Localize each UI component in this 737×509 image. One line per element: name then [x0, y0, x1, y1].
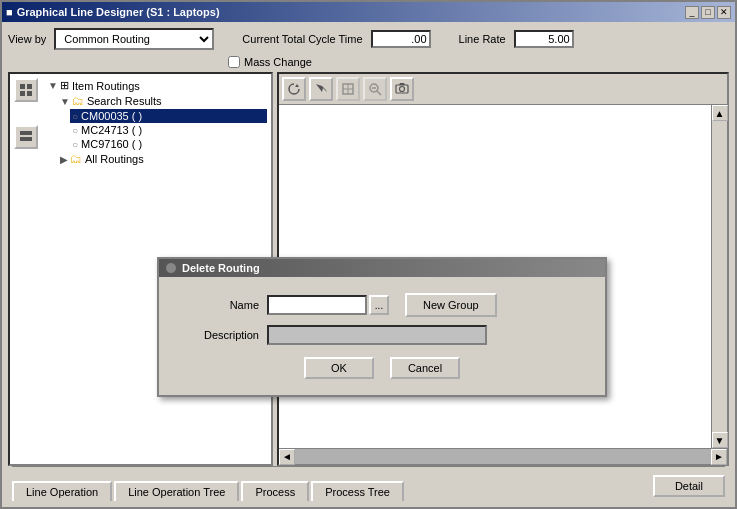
canvas-hscrollbar: ◄ ►	[279, 448, 727, 464]
tree-root-label: Item Routings	[72, 80, 140, 92]
tab-line-operation[interactable]: Line Operation	[12, 481, 112, 501]
dialog-browse-button[interactable]: ...	[369, 295, 389, 315]
tree-label-mc97160: MC97160 ( )	[81, 138, 142, 150]
mass-change-row: Mass Change	[228, 56, 729, 68]
svg-marker-7	[316, 84, 327, 92]
left-toolbar	[14, 78, 38, 149]
svg-rect-2	[20, 91, 25, 96]
doc-icon-mc24713: ○	[72, 125, 78, 136]
svg-rect-0	[20, 84, 25, 89]
folder-icon-all: 🗂	[70, 152, 82, 166]
tree-search-results-label: Search Results	[87, 95, 162, 107]
bottom-right: Detail	[649, 471, 729, 501]
bottom-area: Line Operation Line Operation Tree Proce…	[8, 471, 729, 501]
svg-marker-6	[295, 84, 299, 87]
svg-rect-4	[20, 131, 32, 135]
close-button[interactable]: ✕	[717, 6, 731, 19]
toolbar-row: View by Common Routing Current Total Cyc…	[8, 28, 729, 50]
expand-icon-root: ▼	[48, 80, 58, 91]
svg-marker-16	[399, 83, 405, 85]
svg-point-15	[400, 87, 405, 92]
tree-all-routings-label: All Routings	[85, 153, 144, 165]
detail-button[interactable]: Detail	[653, 475, 725, 497]
minimize-button[interactable]: _	[685, 6, 699, 19]
tree-item-root[interactable]: ▼ ⊞ Item Routings	[46, 78, 267, 93]
cancel-label: Cancel	[408, 362, 442, 374]
canvas-scrollbar-right: ▲ ▼	[711, 105, 727, 448]
window-title: Graphical Line Designer (S1 : Laptops)	[17, 6, 220, 18]
line-rate-input[interactable]	[514, 30, 574, 48]
scroll-right-button[interactable]: ►	[711, 449, 727, 465]
tree-item-all-routings[interactable]: ▶ 🗂 All Routings	[58, 151, 267, 167]
canvas-tool-zoom[interactable]	[363, 77, 387, 101]
dialog-name-label: Name	[179, 299, 259, 311]
view-by-label: View by	[8, 33, 46, 45]
main-window: ■ Graphical Line Designer (S1 : Laptops)…	[0, 0, 737, 509]
dialog-description-row: Description	[179, 325, 585, 345]
bottom-tabs: Line Operation Line Operation Tree Proce…	[8, 477, 408, 501]
window-icon: ■	[6, 6, 13, 18]
dialog-body: Name ... New Group Description OK C	[159, 277, 605, 395]
dialog-new-group-button[interactable]: New Group	[405, 293, 497, 317]
tree-label-cm00035: CM00035 ( )	[81, 110, 142, 122]
canvas-tool-move[interactable]	[336, 77, 360, 101]
dialog-title-text: Delete Routing	[182, 262, 260, 274]
svg-rect-5	[20, 137, 32, 141]
svg-rect-3	[27, 91, 32, 96]
line-rate-label: Line Rate	[459, 33, 506, 45]
canvas-tool-refresh[interactable]	[282, 77, 306, 101]
svg-line-12	[377, 91, 381, 95]
hscrollbar-track	[295, 449, 711, 464]
folder-icon-search: 🗂	[72, 94, 84, 108]
view-by-select[interactable]: Common Routing	[54, 28, 214, 50]
expand-icon-search: ▼	[60, 96, 70, 107]
tool-icon-1[interactable]	[14, 78, 38, 102]
cycle-time-label: Current Total Cycle Time	[242, 33, 362, 45]
tab-process-tree[interactable]: Process Tree	[311, 481, 404, 501]
mass-change-checkbox[interactable]	[228, 56, 240, 68]
scroll-left-button[interactable]: ◄	[279, 449, 295, 465]
cycle-time-input[interactable]	[371, 30, 431, 48]
canvas-tool-camera[interactable]	[390, 77, 414, 101]
dialog-name-row: Name ... New Group	[179, 293, 585, 317]
tree-item-search-results[interactable]: ▼ 🗂 Search Results	[58, 93, 267, 109]
canvas-toolbar	[279, 74, 727, 105]
dialog-buttons: OK Cancel	[179, 357, 585, 379]
delete-routing-dialog: Delete Routing Name ... New Group Descri…	[157, 257, 607, 397]
mass-change-label: Mass Change	[244, 56, 312, 68]
dialog-title-bar: Delete Routing	[159, 259, 605, 277]
tree-all-routings-group: ▶ 🗂 All Routings	[58, 151, 267, 167]
tree-container: ▼ ⊞ Item Routings ▼ 🗂 Search Results	[42, 74, 271, 171]
dialog-cancel-button[interactable]: Cancel	[390, 357, 460, 379]
bottom-separator	[12, 466, 725, 467]
tab-process[interactable]: Process	[241, 481, 309, 501]
maximize-button[interactable]: □	[701, 6, 715, 19]
dialog-name-input[interactable]	[267, 295, 367, 315]
title-bar: ■ Graphical Line Designer (S1 : Laptops)…	[2, 2, 735, 22]
scroll-down-button[interactable]: ▼	[712, 432, 728, 448]
dialog-title-icon	[165, 262, 177, 274]
doc-icon-cm00035: ○	[72, 111, 78, 122]
tree-label-mc24713: MC24713 ( )	[81, 124, 142, 136]
scroll-up-button[interactable]: ▲	[712, 105, 728, 121]
tree-item-cm00035[interactable]: ○ CM00035 ( )	[70, 109, 267, 123]
dialog-description-label: Description	[179, 329, 259, 341]
title-controls: _ □ ✕	[685, 6, 731, 19]
ok-label: OK	[331, 362, 347, 374]
doc-icon-mc97160: ○	[72, 139, 78, 150]
tree-item-mc97160[interactable]: ○ MC97160 ( )	[70, 137, 267, 151]
tree-search-results-group: ▼ 🗂 Search Results ○ CM00035 ( ) ○	[58, 93, 267, 151]
expand-icon-all: ▶	[60, 154, 68, 165]
dialog-description-input[interactable]	[267, 325, 487, 345]
tab-line-operation-tree[interactable]: Line Operation Tree	[114, 481, 239, 501]
svg-rect-1	[27, 84, 32, 89]
canvas-tool-pointer[interactable]	[309, 77, 333, 101]
dialog-ok-button[interactable]: OK	[304, 357, 374, 379]
tree-item-mc24713[interactable]: ○ MC24713 ( )	[70, 123, 267, 137]
tree-items-group: ○ CM00035 ( ) ○ MC24713 ( ) ○ MC97160 ( …	[70, 109, 267, 151]
tool-icon-2[interactable]	[14, 125, 38, 149]
